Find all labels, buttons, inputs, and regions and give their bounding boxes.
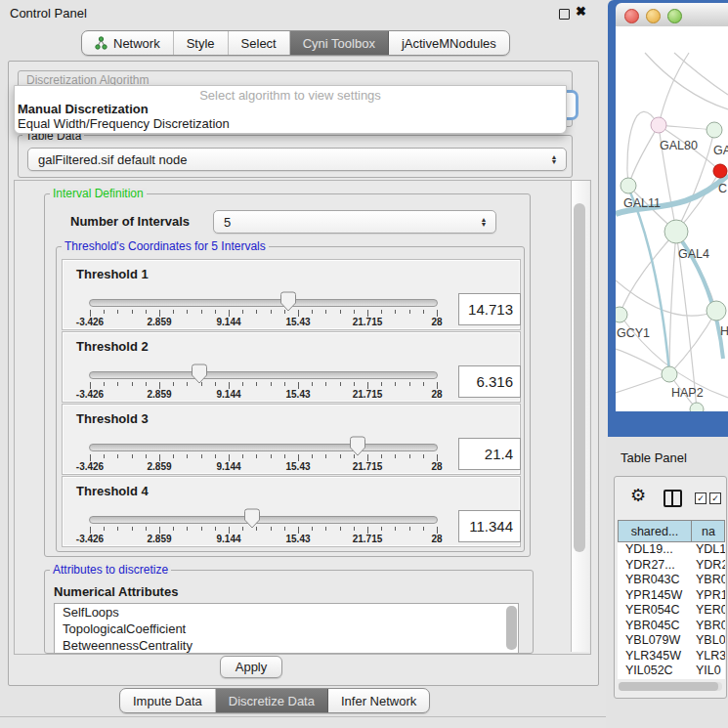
tab-jactivemnodules[interactable]: jActiveMNodules: [389, 31, 509, 55]
slider-tick-label: 15.43: [271, 534, 325, 544]
slider-tick: [90, 310, 91, 317]
float-window-icon[interactable]: [559, 9, 570, 20]
number-of-intervals-combobox[interactable]: 5 ▲▼: [213, 210, 496, 234]
slider-tick: [104, 310, 105, 314]
slider-thumb[interactable]: [279, 291, 297, 312]
slider-tick: [159, 310, 160, 317]
apply-button[interactable]: Apply: [220, 656, 282, 678]
attribute-item-betweennesscentrality[interactable]: BetweennessCentrality: [55, 637, 518, 654]
algorithm-option-manual-discretization[interactable]: Manual Discretization: [17, 102, 564, 115]
slider-tick: [284, 382, 285, 386]
attribute-item-selfloops[interactable]: SelfLoops: [55, 604, 518, 621]
slider-tick: [146, 382, 147, 386]
tab-infer-network[interactable]: Infer Network: [328, 689, 429, 712]
node-label: GAL4: [678, 247, 709, 261]
slider-tick-label: 21.715: [340, 461, 395, 472]
gear-icon[interactable]: ⚙: [630, 487, 646, 504]
tab-impute-data[interactable]: Impute Data: [120, 689, 216, 712]
window-title: Control Panel: [10, 6, 87, 21]
spinner-arrows-icon: ▲▼: [476, 217, 492, 227]
attribute-item-topologicalcoefficient[interactable]: TopologicalCoefficient: [55, 621, 518, 637]
tab-select[interactable]: Select: [229, 31, 290, 55]
table-row[interactable]: YDL19...YDL1: [618, 542, 725, 558]
spinner-arrows-icon: ▲▼: [546, 154, 562, 164]
slider-tick: [437, 310, 438, 317]
threshold-value-field[interactable]: 6.316: [458, 365, 521, 398]
network-window-titlebar[interactable]: [616, 3, 728, 27]
network-canvas[interactable]: GAL80GACGAL11GAL4GCY1HHAP2: [616, 26, 728, 411]
table-row[interactable]: YPR145WYPR1: [618, 588, 725, 604]
node-label: GCY1: [617, 326, 650, 340]
threshold-label: Threshold 1: [76, 267, 149, 281]
table-row[interactable]: YBR045CYBR0: [618, 619, 725, 634]
mac-minimize-button[interactable]: [646, 9, 661, 23]
network-node-gal80[interactable]: [651, 117, 666, 133]
slider-tick: [395, 310, 396, 314]
network-node-hap2[interactable]: [662, 366, 677, 382]
network-nodes[interactable]: [616, 117, 727, 411]
close-icon[interactable]: ✖: [576, 4, 586, 19]
slider-tick: [298, 454, 299, 461]
table-row[interactable]: YIL052CYIL0: [618, 664, 725, 679]
table-row[interactable]: YLR345WYLR3: [618, 649, 725, 664]
threshold-value-field[interactable]: 21.4: [458, 438, 521, 470]
vertical-scrollbar-thumb[interactable]: [574, 203, 585, 552]
network-node-gal4[interactable]: [664, 220, 688, 243]
slider-tick: [90, 454, 91, 461]
slider-tick: [117, 454, 118, 458]
slider-tick: [437, 454, 438, 461]
column-header-name[interactable]: na: [692, 521, 724, 541]
slider-thumb[interactable]: [243, 508, 261, 529]
threshold-value-field[interactable]: 11.344: [458, 510, 521, 542]
tab-discretize-data[interactable]: Discretize Data: [216, 689, 328, 712]
column-layout-icon[interactable]: [664, 490, 682, 507]
checkbox-icon[interactable]: ✓: [709, 492, 721, 504]
slider-thumb[interactable]: [191, 364, 208, 384]
slider-tick: [423, 454, 424, 458]
table-row[interactable]: YDR27...YDR2: [618, 558, 725, 574]
mac-zoom-button[interactable]: [667, 9, 682, 23]
slider-tick: [146, 310, 147, 314]
table-data-combobox[interactable]: galFiltered.sif default node ▲▼: [27, 148, 567, 171]
network-node[interactable]: [690, 403, 704, 411]
number-of-intervals-label: Number of Intervals: [70, 214, 190, 229]
network-node-gal11[interactable]: [621, 178, 636, 193]
network-node-h[interactable]: [707, 301, 726, 321]
slider-thumb[interactable]: [349, 436, 366, 456]
algorithm-option-equal-width-frequency-discretization[interactable]: Equal Width/Frequency Discretization: [17, 116, 564, 130]
horizontal-scrollbar-thumb[interactable]: [619, 682, 718, 691]
slider-track[interactable]: [89, 371, 438, 379]
slider-tick-label: 9.144: [201, 389, 256, 400]
node-attribute-table: shared... na YDL19...YDL1YDR27...YDR2YBR…: [618, 520, 725, 679]
slider-tick-label: 2.859: [132, 534, 187, 544]
slider-tick: [325, 310, 326, 314]
slider-tick: [409, 382, 410, 386]
tab-network[interactable]: Network: [82, 31, 174, 55]
tab-label: Style: [187, 36, 215, 51]
numerical-attributes-list[interactable]: SelfLoopsTopologicalCoefficientBetweenne…: [54, 603, 519, 654]
network-node-gcy1[interactable]: [616, 307, 627, 322]
slider-track[interactable]: [89, 516, 438, 524]
threshold-value-field[interactable]: 14.713: [458, 293, 521, 325]
slider-tick: [312, 310, 313, 314]
slider-tick: [409, 310, 410, 314]
network-node-c[interactable]: [713, 164, 727, 178]
table-row[interactable]: YBL079WYBL0: [618, 633, 725, 649]
slider-track[interactable]: [89, 299, 438, 307]
slider-tick: [340, 310, 341, 314]
checkbox-icon[interactable]: ✓: [695, 492, 707, 504]
table-row[interactable]: YER054CYER0: [618, 603, 725, 619]
node-label: GAL11: [623, 196, 661, 210]
slider-tick: [312, 527, 313, 531]
column-header-shared[interactable]: shared...: [619, 521, 692, 541]
slider-tick: [354, 310, 355, 314]
network-node-ga[interactable]: [707, 122, 722, 138]
top-tab-bar: NetworkStyleSelectCyni ToolboxjActiveMNo…: [81, 30, 510, 56]
attributes-list-scrollbar-thumb[interactable]: [506, 606, 517, 650]
slider-track[interactable]: [89, 444, 438, 451]
slider-tick: [325, 527, 326, 531]
table-row[interactable]: YBR043CYBR0: [618, 573, 725, 588]
tab-cyni-toolbox[interactable]: Cyni Toolbox: [290, 31, 389, 55]
mac-close-button[interactable]: [624, 9, 639, 23]
tab-style[interactable]: Style: [174, 31, 229, 55]
